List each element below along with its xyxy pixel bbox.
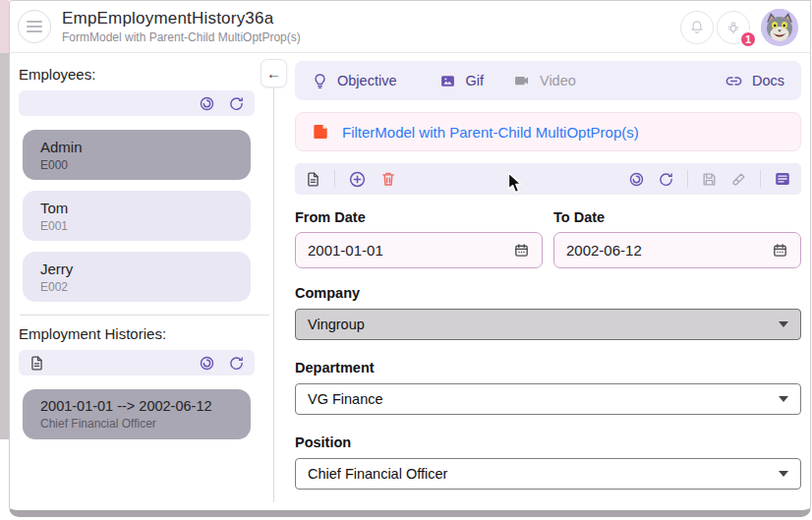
target-icon[interactable]: [199, 355, 215, 372]
brush-icon[interactable]: [730, 171, 747, 188]
employee-name: Admin: [40, 139, 251, 155]
tab-bar: Objective Gif: [295, 61, 801, 100]
document-icon[interactable]: [29, 355, 45, 372]
bug-icon: [725, 19, 742, 36]
department-value: VG Finance: [308, 391, 779, 407]
calendar-icon[interactable]: [513, 242, 530, 259]
target-icon[interactable]: [199, 95, 215, 112]
app-title: EmpEmploymentHistory36a: [62, 9, 273, 29]
employee-name: Tom: [40, 200, 251, 216]
toolbar-separator: [760, 170, 761, 188]
toolbar-separator: [334, 170, 335, 188]
to-date-label: To Date: [553, 209, 801, 225]
target-icon[interactable]: [628, 171, 645, 188]
sidebar-divider: [20, 315, 269, 316]
from-date-input[interactable]: 2001-01-01: [295, 232, 543, 268]
position-label: Position: [295, 434, 801, 450]
videocam-icon: [513, 72, 531, 89]
main-panel: Objective Gif: [286, 54, 810, 510]
company-label: Company: [295, 285, 801, 301]
save-icon[interactable]: [701, 171, 718, 188]
tab-label: Docs: [752, 73, 784, 88]
histories-toolbar: [19, 350, 255, 376]
banner-link[interactable]: FilterModel with Parent-Child MultiOptPr…: [342, 124, 639, 141]
tom-cat-avatar-icon: [761, 9, 798, 46]
tab-label: Video: [540, 73, 576, 88]
file-icon: [311, 122, 330, 142]
user-avatar[interactable]: [761, 9, 798, 46]
chevron-down-icon: [779, 321, 788, 327]
employee-code: E002: [40, 280, 251, 294]
tab-objective[interactable]: Objective: [312, 73, 396, 89]
form-toolbar: [295, 163, 801, 195]
history-card[interactable]: 2001-01-01 --> 2002-06-12 Chief Financia…: [23, 389, 251, 439]
department-label: Department: [295, 360, 801, 376]
toolbar-separator: [687, 170, 688, 188]
employees-toolbar: [19, 90, 255, 116]
from-date-label: From Date: [295, 209, 543, 225]
company-value: Vingroup: [308, 317, 779, 332]
to-date-input[interactable]: 2002-06-12: [553, 232, 801, 268]
panel-divider: [273, 87, 274, 502]
tab-label: Gif: [465, 73, 484, 88]
employee-card-jerry[interactable]: Jerry E002: [23, 252, 251, 302]
body-area: Employees: Admin E000 To: [10, 54, 810, 510]
calendar-icon[interactable]: [772, 242, 788, 259]
position-select[interactable]: Chief Financial Officer: [295, 458, 801, 490]
refresh-icon[interactable]: [658, 171, 674, 188]
refresh-icon[interactable]: [228, 95, 245, 112]
sidebar: Employees: Admin E000 To: [10, 54, 273, 510]
employee-code: E001: [40, 219, 251, 233]
chevron-down-icon: [779, 396, 788, 402]
delete-icon[interactable]: [379, 170, 397, 188]
background-window-edge: [0, 0, 9, 439]
table-view-icon[interactable]: [774, 170, 791, 188]
tab-gif[interactable]: Gif: [439, 73, 484, 89]
notifications-button[interactable]: [680, 11, 714, 44]
position-value: Chief Financial Officer: [308, 466, 779, 482]
refresh-icon[interactable]: [228, 355, 245, 372]
hamburger-icon: [27, 21, 42, 23]
histories-section-label: Employment Histories:: [19, 325, 273, 342]
date-fields-row: From Date 2001-01-01 To Date 2002-06-12: [295, 195, 801, 268]
tab-docs[interactable]: Docs: [725, 72, 784, 90]
employees-section-label: Employees:: [19, 66, 273, 83]
employee-card-tom[interactable]: Tom E001: [23, 191, 251, 241]
app-subtitle: FormModel with Parent-Child MultiOptProp…: [62, 30, 301, 44]
lightbulb-icon: [312, 73, 328, 89]
link-icon: [725, 72, 743, 90]
tab-video[interactable]: Video: [513, 72, 576, 89]
bell-icon: [688, 19, 706, 36]
history-range: 2001-01-01 --> 2002-06-12: [40, 398, 251, 414]
employee-card-admin[interactable]: Admin E000: [23, 130, 251, 180]
app-header: EmpEmploymentHistory36a FormModel with P…: [10, 1, 810, 53]
tab-label: Objective: [337, 73, 396, 88]
back-arrow-icon: ←: [266, 65, 281, 82]
app-window: EmpEmploymentHistory36a FormModel with P…: [9, 0, 811, 517]
collapse-sidebar-button[interactable]: ←: [261, 59, 287, 87]
add-icon[interactable]: [348, 170, 367, 189]
to-date-value: 2002-06-12: [566, 242, 772, 259]
image-icon: [439, 73, 456, 89]
filter-model-banner[interactable]: FilterModel with Parent-Child MultiOptPr…: [295, 112, 801, 151]
employee-name: Jerry: [40, 260, 251, 277]
employee-code: E000: [40, 158, 251, 172]
from-date-value: 2001-01-01: [308, 242, 513, 259]
chevron-down-icon: [779, 471, 788, 477]
debug-badge: 1: [739, 30, 757, 48]
department-select[interactable]: VG Finance: [295, 383, 801, 415]
menu-button[interactable]: [18, 10, 51, 43]
history-position: Chief Financial Officer: [40, 417, 251, 431]
document-icon[interactable]: [305, 171, 321, 188]
company-select[interactable]: Vingroup: [295, 309, 801, 340]
